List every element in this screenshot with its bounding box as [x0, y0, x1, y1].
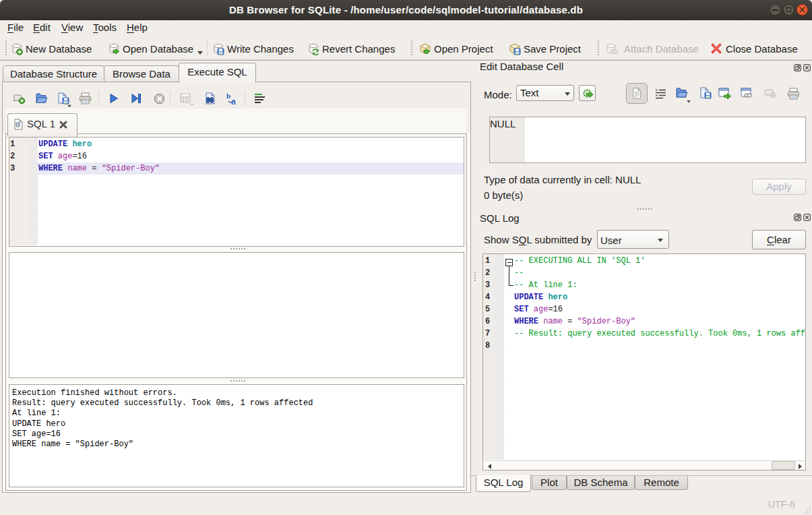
svg-text:b: b: [226, 92, 230, 100]
